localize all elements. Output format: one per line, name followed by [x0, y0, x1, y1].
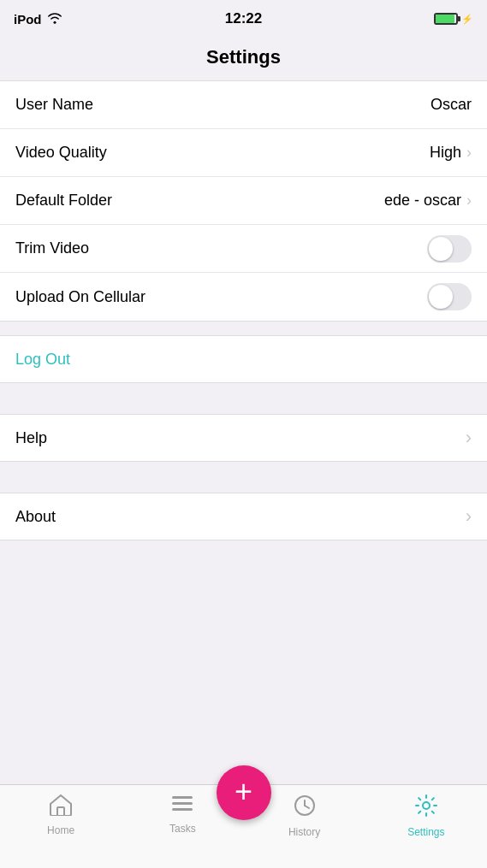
- about-label: About: [15, 508, 56, 526]
- main-settings-section: User Name Oscar Video Quality High › Def…: [0, 80, 487, 322]
- defaultfolder-value: ede - oscar ›: [384, 192, 472, 210]
- toggle-knob: [429, 237, 453, 261]
- section-gap-1: [0, 383, 487, 414]
- defaultfolder-label: Default Folder: [15, 192, 112, 210]
- page-title: Settings: [0, 38, 487, 80]
- tab-home-label: Home: [47, 824, 74, 836]
- svg-rect-1: [172, 796, 193, 799]
- home-icon: [49, 794, 73, 822]
- help-row[interactable]: Help ›: [0, 414, 487, 462]
- logout-row[interactable]: Log Out: [0, 335, 487, 383]
- videoquality-value: High ›: [430, 144, 472, 162]
- wifi-icon: [47, 12, 62, 27]
- tab-home[interactable]: Home: [27, 794, 95, 836]
- help-label: Help: [15, 429, 47, 447]
- chevron-icon: ›: [466, 192, 472, 210]
- trimvideo-toggle[interactable]: [427, 235, 472, 263]
- trimvideo-label: Trim Video: [15, 239, 89, 257]
- settings-icon: [414, 794, 438, 824]
- chevron-icon: ›: [466, 427, 472, 449]
- tab-settings[interactable]: Settings: [392, 794, 460, 838]
- logout-section: Log Out: [0, 335, 487, 383]
- device-label: iPod: [14, 12, 42, 27]
- history-icon: [293, 794, 317, 824]
- username-value: Oscar: [431, 96, 472, 114]
- svg-rect-3: [172, 808, 193, 811]
- section-gap-2: [0, 462, 487, 493]
- uploadcellular-toggle[interactable]: [427, 283, 472, 310]
- svg-rect-0: [57, 807, 64, 816]
- logout-label: Log Out: [15, 351, 70, 369]
- svg-line-6: [305, 806, 309, 808]
- videoquality-label: Video Quality: [15, 144, 107, 162]
- username-row[interactable]: User Name Oscar: [0, 81, 487, 129]
- fab-plus-icon: +: [235, 776, 252, 807]
- uploadcellular-row[interactable]: Upload On Cellular: [0, 273, 487, 321]
- fab-button[interactable]: +: [217, 765, 271, 820]
- tab-tasks[interactable]: Tasks: [148, 794, 217, 835]
- defaultfolder-row[interactable]: Default Folder ede - oscar ›: [0, 177, 487, 225]
- tab-history[interactable]: History: [270, 794, 339, 838]
- tab-history-label: History: [288, 826, 320, 838]
- tab-tasks-label: Tasks: [169, 823, 196, 835]
- chevron-icon: ›: [466, 505, 472, 528]
- svg-point-7: [423, 802, 430, 809]
- battery-icon: [434, 13, 458, 25]
- svg-rect-2: [172, 802, 193, 805]
- status-bar: iPod 12:22 ⚡: [0, 0, 487, 38]
- videoquality-row[interactable]: Video Quality High ›: [0, 129, 487, 177]
- uploadcellular-label: Upload On Cellular: [15, 288, 146, 306]
- about-row[interactable]: About ›: [0, 493, 487, 540]
- chevron-icon: ›: [466, 144, 472, 162]
- username-label: User Name: [15, 96, 93, 114]
- tasks-icon: [170, 794, 194, 820]
- tab-settings-label: Settings: [407, 826, 444, 838]
- toggle-knob: [429, 285, 453, 309]
- trimvideo-row[interactable]: Trim Video: [0, 225, 487, 273]
- status-time: 12:22: [225, 10, 262, 27]
- charging-icon: ⚡: [461, 14, 473, 25]
